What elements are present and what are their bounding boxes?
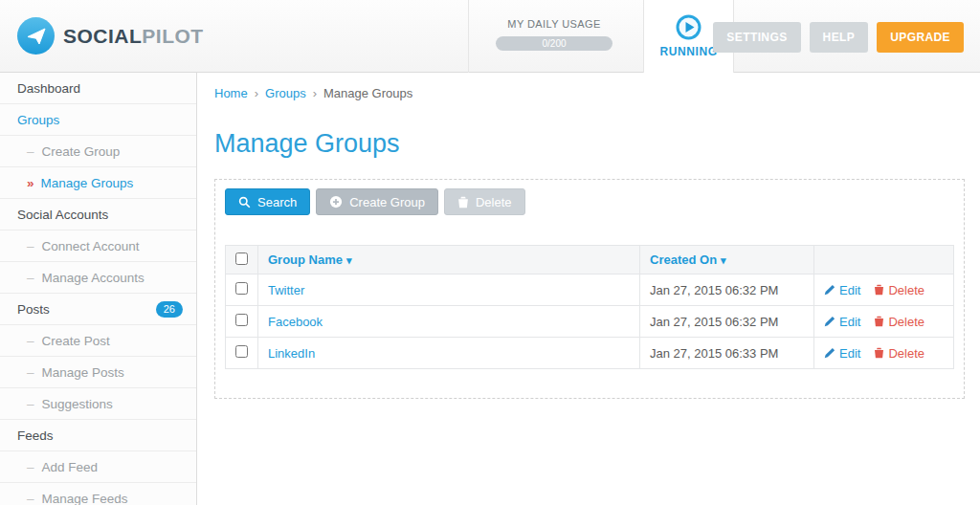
breadcrumb-groups-link[interactable]: Groups xyxy=(265,86,306,100)
delete-button-label: Delete xyxy=(476,195,512,209)
table-row: Facebook Jan 27, 2015 06:32 PM Edit xyxy=(226,306,954,338)
logo[interactable]: SOCIALPILOT xyxy=(17,17,204,55)
column-header-actions xyxy=(814,246,954,274)
group-name-link[interactable]: Facebook xyxy=(268,315,323,329)
dash-marker: – xyxy=(27,239,34,253)
create-group-button-label: Create Group xyxy=(349,195,425,209)
help-button[interactable]: HELP xyxy=(810,22,869,53)
sort-down-icon: ▾ xyxy=(721,254,726,266)
edit-link[interactable]: Edit xyxy=(824,346,860,361)
trash-icon xyxy=(457,196,469,209)
dash-marker: – xyxy=(27,144,34,159)
search-button-label: Search xyxy=(257,195,297,209)
paper-plane-icon xyxy=(17,17,55,55)
column-header-group-name[interactable]: Group Name▾ xyxy=(258,246,640,274)
groups-panel: Search Create Group Delete xyxy=(214,179,965,399)
daily-usage: MY DAILY USAGE 0/200 xyxy=(483,18,625,51)
select-all-checkbox[interactable] xyxy=(235,252,248,265)
delete-label: Delete xyxy=(888,346,924,361)
brand-primary: SOCIAL xyxy=(63,25,142,47)
sidebar-item-posts[interactable]: Posts 26 xyxy=(0,294,196,325)
sidebar-item-label: Social Accounts xyxy=(17,208,108,222)
group-name-link[interactable]: LinkedIn xyxy=(268,346,315,361)
top-header: SOCIALPILOT MY DAILY USAGE 0/200 RUNNING… xyxy=(0,0,980,73)
sidebar-item-connect-account[interactable]: – Connect Account xyxy=(0,231,196,262)
trash-icon xyxy=(874,284,884,296)
sidebar-item-social-accounts[interactable]: Social Accounts xyxy=(0,199,196,231)
pencil-icon xyxy=(824,316,835,327)
brand-wordmark: SOCIALPILOT xyxy=(63,25,204,48)
group-name-link[interactable]: Twitter xyxy=(268,283,304,297)
checkbox-cell xyxy=(226,306,258,338)
search-button[interactable]: Search xyxy=(225,188,310,215)
sidebar-item-create-post[interactable]: – Create Post xyxy=(0,325,196,357)
actions-cell: Edit Delete xyxy=(814,274,954,306)
groups-table: Group Name▾ Created On▾ Twitter Jan 27, … xyxy=(225,245,954,369)
sidebar-item-add-feed[interactable]: – Add Feed xyxy=(0,451,196,483)
app-window: SOCIALPILOT MY DAILY USAGE 0/200 RUNNING… xyxy=(0,0,980,505)
sidebar-item-label: Posts xyxy=(17,302,50,317)
header-divider xyxy=(468,0,469,73)
active-marker: » xyxy=(27,176,34,190)
column-header-label: Group Name xyxy=(268,252,343,267)
sidebar-item-label: Manage Accounts xyxy=(42,271,145,285)
plus-circle-icon xyxy=(329,195,343,209)
delete-label: Delete xyxy=(888,315,924,329)
table-row: Twitter Jan 27, 2015 06:32 PM Edit xyxy=(226,274,954,306)
column-header-created-on[interactable]: Created On▾ xyxy=(640,246,814,274)
create-group-button[interactable]: Create Group xyxy=(316,188,438,215)
sort-down-icon: ▾ xyxy=(346,254,352,266)
pencil-icon xyxy=(824,284,835,296)
actions-cell: Edit Delete xyxy=(814,306,954,338)
actions-cell: Edit Delete xyxy=(814,338,954,369)
delete-button[interactable]: Delete xyxy=(444,188,525,215)
search-icon xyxy=(238,196,251,209)
row-checkbox[interactable] xyxy=(235,314,248,326)
select-all-cell xyxy=(226,246,258,274)
sidebar-item-groups[interactable]: Groups xyxy=(0,104,196,136)
checkbox-cell xyxy=(226,274,258,306)
edit-label: Edit xyxy=(839,346,860,361)
group-name-cell: Twitter xyxy=(258,274,640,306)
group-name-cell: LinkedIn xyxy=(258,338,640,369)
sidebar-item-label: Dashboard xyxy=(17,81,80,96)
delete-link[interactable]: Delete xyxy=(874,346,924,361)
main-content: Home › Groups › Manage Groups Manage Gro… xyxy=(197,73,980,505)
row-checkbox[interactable] xyxy=(235,345,248,358)
pencil-icon xyxy=(824,347,835,359)
sidebar: Dashboard Groups – Create Group » Manage… xyxy=(0,73,197,505)
breadcrumb-home-link[interactable]: Home xyxy=(214,86,248,100)
sidebar-item-label: Add Feed xyxy=(42,460,99,474)
sidebar-item-manage-groups[interactable]: » Manage Groups xyxy=(0,167,196,199)
sidebar-item-manage-accounts[interactable]: – Manage Accounts xyxy=(0,262,196,294)
sidebar-item-label: Create Post xyxy=(42,334,110,348)
sidebar-item-label: Manage Posts xyxy=(42,365,124,380)
sidebar-item-suggestions[interactable]: – Suggestions xyxy=(0,388,196,420)
edit-link[interactable]: Edit xyxy=(824,283,860,297)
breadcrumb-separator: › xyxy=(255,86,258,100)
sidebar-item-dashboard[interactable]: Dashboard xyxy=(0,73,196,104)
sidebar-item-manage-posts[interactable]: – Manage Posts xyxy=(0,357,196,388)
usage-progress: 0/200 xyxy=(496,36,612,51)
delete-label: Delete xyxy=(888,283,924,297)
sidebar-item-label: Connect Account xyxy=(42,239,140,253)
sidebar-item-feeds[interactable]: Feeds xyxy=(0,420,196,451)
upgrade-button[interactable]: UPGRADE xyxy=(877,22,964,53)
delete-link[interactable]: Delete xyxy=(874,283,924,297)
content-area: Dashboard Groups – Create Group » Manage… xyxy=(0,73,980,505)
row-checkbox[interactable] xyxy=(235,282,248,295)
breadcrumb-current: Manage Groups xyxy=(323,86,412,100)
sidebar-item-label: Create Group xyxy=(42,144,121,159)
table-row: LinkedIn Jan 27, 2015 06:33 PM Edit xyxy=(226,338,954,369)
posts-count-badge: 26 xyxy=(156,301,183,318)
delete-link[interactable]: Delete xyxy=(874,315,924,329)
dash-marker: – xyxy=(27,334,34,348)
column-header-label: Created On xyxy=(650,252,717,267)
sidebar-item-create-group[interactable]: – Create Group xyxy=(0,136,196,167)
usage-label: MY DAILY USAGE xyxy=(483,18,625,30)
settings-button[interactable]: SETTINGS xyxy=(713,22,800,53)
sidebar-item-manage-feeds[interactable]: – Manage Feeds xyxy=(0,483,196,505)
edit-link[interactable]: Edit xyxy=(824,315,860,329)
trash-icon xyxy=(874,347,884,359)
sidebar-item-label: Manage Groups xyxy=(41,176,134,190)
